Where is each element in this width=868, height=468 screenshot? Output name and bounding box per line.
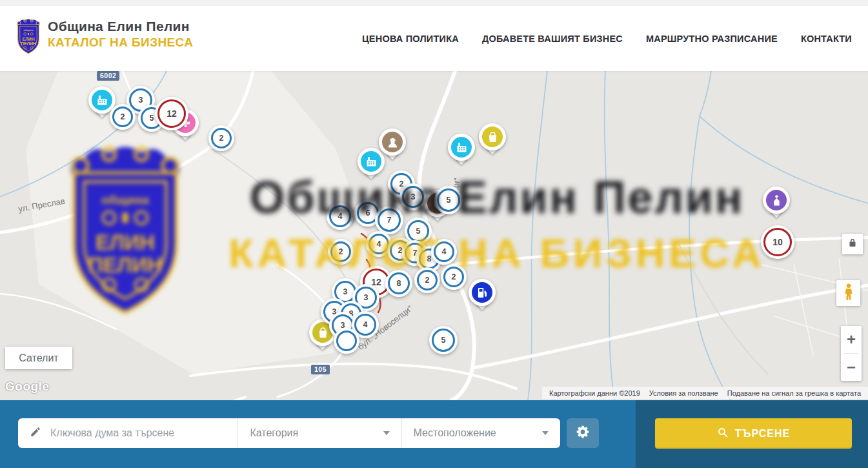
worker-category-pin[interactable]	[379, 128, 406, 161]
main-nav: ЦЕНОВА ПОЛИТИКА ДОБАВЕТЕ ВАШИЯТ БИЗНЕС М…	[362, 6, 852, 71]
business-cluster-marker[interactable]: 2	[441, 264, 467, 290]
road-number-badge: 105	[311, 365, 330, 374]
search-icon	[717, 427, 729, 441]
church-icon	[766, 190, 787, 210]
lock-control[interactable]	[842, 234, 863, 254]
zoom-control: + −	[841, 326, 862, 381]
factory-icon	[92, 90, 112, 110]
svg-text:ЕЛИН: ЕЛИН	[22, 37, 34, 41]
zoom-out-button[interactable]: −	[841, 354, 862, 381]
page-top-strip	[0, 0, 868, 6]
search-bar: Категория Местоположение	[18, 418, 560, 448]
map-attribution: Картографски данни ©2019 Условия за полз…	[542, 387, 868, 399]
business-cluster-marker[interactable]: 7	[375, 206, 403, 234]
business-cluster-marker[interactable]: 3	[399, 183, 427, 210]
category-dropdown-label: Категория	[250, 427, 298, 439]
site-subtitle: КАТАЛОГ НА БИЗНЕСА	[48, 36, 193, 50]
worker-icon	[382, 132, 403, 152]
keyword-segment	[18, 418, 237, 448]
business-cluster-marker[interactable]: 2	[328, 239, 354, 265]
category-dropdown[interactable]: Категория	[237, 418, 401, 448]
business-cluster-marker[interactable]: 2	[414, 267, 440, 293]
terms-of-use-link[interactable]: Условия за ползване	[645, 389, 723, 397]
business-cluster-marker[interactable]: 5	[434, 186, 463, 214]
search-button-label: ТЪРСЕНЕ	[735, 428, 790, 440]
google-logo[interactable]: Google	[5, 380, 49, 394]
zoom-in-button[interactable]: +	[841, 326, 862, 353]
business-cluster-marker[interactable]: 4	[431, 239, 457, 265]
bag-icon	[482, 127, 503, 147]
map-data-copyright: Картографски данни ©2019	[545, 389, 645, 397]
location-dropdown-label: Местоположение	[414, 427, 496, 439]
business-cluster-marker[interactable]: 2	[110, 104, 136, 130]
business-cluster-marker[interactable]: 8	[385, 270, 412, 297]
pencil-icon	[30, 426, 41, 440]
business-cluster-marker[interactable]: 2	[208, 125, 234, 151]
search-button[interactable]: ТЪРСЕНЕ	[655, 418, 852, 449]
svg-text:ПЕЛИН: ПЕЛИН	[21, 41, 36, 46]
chevron-down-icon	[542, 431, 549, 435]
nav-route-schedule[interactable]: МАРШРУТНО РАЗПИСАНИЕ	[646, 34, 778, 44]
business-cluster-marker[interactable]: 10	[761, 225, 794, 259]
site-title: Община Елин Пелин	[48, 19, 190, 34]
municipality-crest-logo[interactable]: община ЕЛИН ПЕЛИН	[14, 17, 43, 57]
factory-icon	[451, 137, 472, 158]
keyword-search-input[interactable]	[49, 427, 213, 440]
fuel-category-pin[interactable]	[469, 279, 496, 311]
business-cluster-marker[interactable]: 5	[429, 326, 458, 354]
map-type-satellite-button[interactable]: Сателит	[5, 347, 72, 369]
location-dropdown[interactable]: Местоположение	[401, 418, 560, 448]
road-number-badge: 6002	[97, 71, 119, 81]
church-category-pin[interactable]	[763, 187, 790, 219]
report-map-error-link[interactable]: Подаване на сигнал за грешка в картата	[723, 389, 865, 397]
business-cluster-marker[interactable]: 4	[327, 203, 354, 230]
lock-icon	[847, 237, 858, 251]
map-canvas[interactable]: ул. Преславбул. „Новоселци“ци“ 6002105 3…	[0, 71, 868, 400]
map-type-control: Карта Сателит	[5, 347, 72, 369]
business-cluster-marker[interactable]: 12	[155, 97, 188, 130]
search-bar-section: Категория Местоположение ТЪРСЕНЕ	[0, 400, 868, 468]
nav-contacts[interactable]: КОНТАКТИ	[801, 34, 852, 44]
business-cluster-marker[interactable]	[334, 328, 359, 354]
advanced-settings-button[interactable]	[567, 418, 599, 448]
street-view-pegman[interactable]	[836, 280, 860, 306]
svg-text:община: община	[23, 28, 34, 32]
bag-category-pin[interactable]	[479, 123, 506, 156]
pegman-icon	[840, 282, 857, 304]
fuel-icon	[472, 282, 492, 303]
gear-icon	[575, 424, 590, 442]
site-header: община ЕЛИН ПЕЛИН Община Елин Пелин КАТА…	[0, 6, 868, 71]
nav-add-your-business[interactable]: ДОБАВЕТЕ ВАШИЯТ БИЗНЕС	[482, 34, 623, 44]
factory-category-pin[interactable]	[448, 134, 475, 166]
chevron-down-icon	[383, 431, 390, 435]
search-button-panel: ТЪРСЕНЕ	[636, 400, 868, 468]
nav-pricing-policy[interactable]: ЦЕНОВА ПОЛИТИКА	[362, 34, 459, 44]
